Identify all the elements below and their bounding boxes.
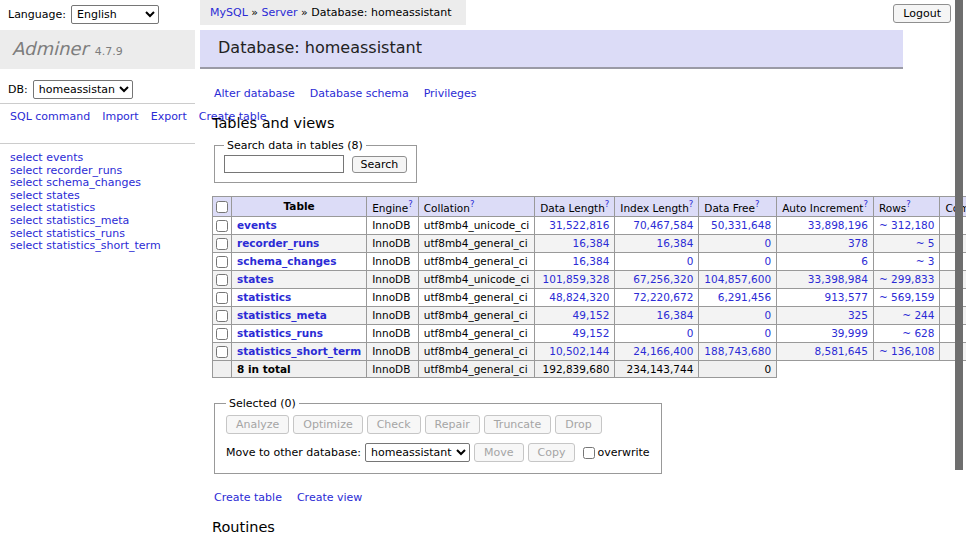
data-free-link[interactable]: 50,331,648 xyxy=(711,219,771,231)
database-schema-link[interactable]: Database schema xyxy=(310,87,409,100)
rows-count-link[interactable]: ~ 628 xyxy=(902,327,934,339)
db-select[interactable]: homeassistant xyxy=(33,80,133,99)
auto-increment-link[interactable]: 8,581,645 xyxy=(814,345,867,357)
help-icon[interactable]: ? xyxy=(605,199,610,209)
sidebar-table-link-statistics_short_term[interactable]: statistics_short_term xyxy=(46,239,160,252)
auto-increment-link[interactable]: 33,898,196 xyxy=(808,219,868,231)
select-link[interactable]: select xyxy=(10,227,43,240)
sql-command-link[interactable]: SQL command xyxy=(10,110,90,123)
auto-increment-link[interactable]: 913,577 xyxy=(825,291,868,303)
rows-count-link[interactable]: ~ 569,159 xyxy=(879,291,935,303)
table-name-link[interactable]: events xyxy=(237,219,277,231)
table-name-link[interactable]: statistics_short_term xyxy=(237,345,361,357)
vertical-scrollbar-thumb[interactable] xyxy=(955,0,963,470)
repair-button[interactable]: Repair xyxy=(425,415,480,434)
select-link[interactable]: select xyxy=(10,151,43,164)
rows-count-link[interactable]: ~ 3 xyxy=(916,255,935,267)
table-name-link[interactable]: statistics_meta xyxy=(237,309,327,321)
data-length-link[interactable]: 10,502,144 xyxy=(549,345,609,357)
overwrite-checkbox[interactable] xyxy=(583,447,595,459)
truncate-button[interactable]: Truncate xyxy=(484,415,551,434)
table-name-link[interactable]: recorder_runs xyxy=(237,237,319,249)
breadcrumb-mysql-link[interactable]: MySQL xyxy=(210,6,248,19)
data-free-link[interactable]: 0 xyxy=(764,309,771,321)
data-free-link[interactable]: 0 xyxy=(764,255,771,267)
rows-count-link[interactable]: ~ 312,180 xyxy=(879,219,935,231)
data-length-link[interactable]: 49,152 xyxy=(573,309,610,321)
auto-increment-link[interactable]: 6 xyxy=(861,255,868,267)
auto-increment-link[interactable]: 325 xyxy=(848,309,868,321)
create-table-link-bottom[interactable]: Create table xyxy=(214,491,282,504)
index-length-link[interactable]: 16,384 xyxy=(657,237,694,249)
table-name-link[interactable]: statistics xyxy=(237,291,291,303)
help-icon[interactable]: ? xyxy=(470,199,475,209)
logout-button[interactable]: Logout xyxy=(893,4,951,23)
rows-count-link[interactable]: ~ 136,108 xyxy=(879,345,935,357)
data-length-link[interactable]: 16,384 xyxy=(573,237,610,249)
row-checkbox[interactable] xyxy=(216,346,228,358)
select-link[interactable]: select xyxy=(10,189,43,202)
table-name-link[interactable]: states xyxy=(237,273,274,285)
create-view-link[interactable]: Create view xyxy=(297,491,362,504)
auto-increment-link[interactable]: 378 xyxy=(848,237,868,249)
row-checkbox[interactable] xyxy=(216,238,228,250)
data-length-link[interactable]: 101,859,328 xyxy=(543,273,610,285)
help-icon[interactable]: ? xyxy=(689,199,694,209)
sidebar-table-link-statistics_runs[interactable]: statistics_runs xyxy=(46,227,125,240)
sidebar-table-link-states[interactable]: states xyxy=(46,189,80,202)
index-length-link[interactable]: 16,384 xyxy=(657,309,694,321)
analyze-button[interactable]: Analyze xyxy=(226,415,289,434)
row-checkbox[interactable] xyxy=(216,220,228,232)
move-button[interactable]: Move xyxy=(474,443,524,462)
drop-button[interactable]: Drop xyxy=(555,415,601,434)
row-checkbox[interactable] xyxy=(216,274,228,286)
data-length-link[interactable]: 49,152 xyxy=(573,327,610,339)
check-button[interactable]: Check xyxy=(367,415,421,434)
row-checkbox[interactable] xyxy=(216,292,228,304)
index-length-link[interactable]: 72,220,672 xyxy=(633,291,693,303)
sidebar-table-link-recorder_runs[interactable]: recorder_runs xyxy=(46,164,122,177)
data-free-link[interactable]: 0 xyxy=(764,237,771,249)
data-free-link[interactable]: 188,743,680 xyxy=(704,345,771,357)
data-length-link[interactable]: 48,824,320 xyxy=(549,291,609,303)
sidebar-table-link-statistics_meta[interactable]: statistics_meta xyxy=(46,214,129,227)
row-checkbox[interactable] xyxy=(216,328,228,340)
sidebar-table-link-statistics[interactable]: statistics xyxy=(46,201,95,214)
sidebar-table-link-events[interactable]: events xyxy=(46,151,83,164)
breadcrumb-server-link[interactable]: Server xyxy=(262,6,298,19)
optimize-button[interactable]: Optimize xyxy=(293,415,362,434)
rows-count-link[interactable]: ~ 299,833 xyxy=(879,273,935,285)
adminer-logo[interactable]: Adminer xyxy=(12,38,88,59)
alter-database-link[interactable]: Alter database xyxy=(214,87,295,100)
table-name-link[interactable]: statistics_runs xyxy=(237,327,323,339)
import-link[interactable]: Import xyxy=(102,110,139,123)
data-free-link[interactable]: 6,291,456 xyxy=(718,291,771,303)
rows-count-link[interactable]: ~ 5 xyxy=(916,237,935,249)
privileges-link[interactable]: Privileges xyxy=(424,87,477,100)
help-icon[interactable]: ? xyxy=(906,199,911,209)
index-length-link[interactable]: 70,467,584 xyxy=(633,219,693,231)
help-icon[interactable]: ? xyxy=(755,199,760,209)
copy-button[interactable]: Copy xyxy=(528,443,576,462)
check-all-checkbox[interactable] xyxy=(216,201,228,213)
data-free-link[interactable]: 104,857,600 xyxy=(704,273,771,285)
help-icon[interactable]: ? xyxy=(408,199,413,209)
export-link[interactable]: Export xyxy=(151,110,187,123)
table-name-link[interactable]: schema_changes xyxy=(237,255,337,267)
select-link[interactable]: select xyxy=(10,214,43,227)
auto-increment-link[interactable]: 39,999 xyxy=(831,327,868,339)
index-length-link[interactable]: 0 xyxy=(687,327,694,339)
rows-count-link[interactable]: ~ 244 xyxy=(902,309,934,321)
index-length-link[interactable]: 67,256,320 xyxy=(633,273,693,285)
select-link[interactable]: select xyxy=(10,239,43,252)
data-length-link[interactable]: 16,384 xyxy=(573,255,610,267)
index-length-link[interactable]: 24,166,400 xyxy=(633,345,693,357)
sidebar-table-link-schema_changes[interactable]: schema_changes xyxy=(46,176,141,189)
help-icon[interactable]: ? xyxy=(863,199,868,209)
move-database-select[interactable]: homeassistant xyxy=(365,443,470,462)
auto-increment-link[interactable]: 33,398,984 xyxy=(808,273,868,285)
data-length-link[interactable]: 31,522,816 xyxy=(549,219,609,231)
row-checkbox[interactable] xyxy=(216,310,228,322)
select-link[interactable]: select xyxy=(10,201,43,214)
search-button[interactable]: Search xyxy=(352,156,408,173)
